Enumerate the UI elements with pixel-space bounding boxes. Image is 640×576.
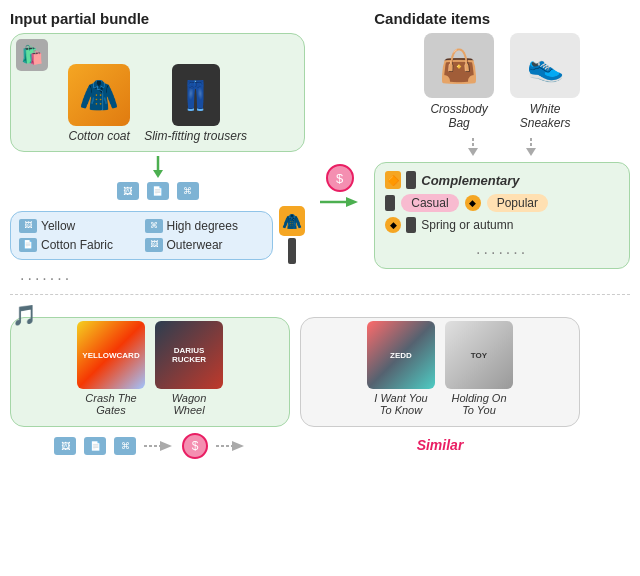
input-bundle-title: Input partial bundle [10,10,305,27]
crossbody-item: 👜 CrossbodyBag [424,33,494,130]
comp-row-1: 🔶 Complementary [385,171,619,189]
sneakers-item: 👟 WhiteSneakers [510,33,580,130]
sneakers-label: WhiteSneakers [520,102,571,130]
coat-image: 🧥 [68,64,130,126]
svg-marker-5 [468,148,478,156]
candidate-items-title: Candidate items [374,10,630,27]
holding-on-album: TOY [445,321,513,389]
arrow-down-icon [149,156,167,180]
net-icon-music: ⌘ [114,437,136,455]
crash-gates-item: YELLOWCARD Crash TheGates [77,321,145,416]
comp-icon-dark-2 [385,195,395,211]
bag-small-icon: 🛍️ [16,39,48,71]
music-left-section: 🎵 YELLOWCARD Crash TheGates DARIUS RUCKE… [10,301,290,459]
crossbody-image: 👜 [424,33,494,98]
music-left-box: YELLOWCARD Crash TheGates DARIUS RUCKER … [10,317,290,427]
arrow-down-crossbody [464,138,482,158]
svg-marker-11 [232,441,244,451]
top-half: Input partial bundle 🛍️ 🧥 Cotton coat [10,10,630,286]
comp-row-3: ◆ Spring or autumn [385,217,619,233]
feature-high-degrees: ⌘ High degrees [145,219,265,233]
complementary-box: 🔶 Complementary Casual ◆ Popular ◆ Sprin… [374,162,630,269]
comp-icon-orange-3: ◆ [385,217,401,233]
section-divider [10,294,630,295]
svg-marker-7 [526,148,536,156]
encode-icons-row: 🖼 📄 ⌘ [117,182,199,200]
music-encoder-icon: $ [182,433,208,459]
bundle-dots: ....... [10,266,305,284]
feature-cotton: 📄 Cotton Fabric [19,238,139,252]
holding-on-label: Holding OnTo You [451,392,506,416]
trousers-image: 👖 [172,64,220,126]
img-icon-music: 🖼 [54,437,76,455]
want-you-item: ZEDD I Want YouTo Know [367,321,435,416]
bundle-wrapper: 🛍️ 🧥 Cotton coat 👖 Slim-fitting trousers [10,33,305,152]
popular-tag: Popular [487,194,548,212]
trousers-item: 👖 Slim-fitting trousers [144,64,247,143]
features-encoder-row: 🖼 Yellow ⌘ High degrees 📄 Cotton Fabric … [10,206,305,264]
crash-gates-album: YELLOWCARD [77,321,145,389]
want-you-album: ZEDD [367,321,435,389]
candidate-arrows [374,138,630,158]
crossbody-label: CrossbodyBag [430,102,487,130]
wagon-wheel-album: DARIUS RUCKER [155,321,223,389]
net-icon-1: ⌘ [177,182,199,200]
feature-outerwear-label: Outerwear [167,238,223,252]
music-right-section: ZEDD I Want YouTo Know TOY Holding OnTo … [300,301,580,459]
doc-icon-1: 📄 [147,182,169,200]
comp-icon-orange-1: 🔶 [385,171,401,189]
left-column: Input partial bundle 🛍️ 🧥 Cotton coat [10,10,305,286]
arrow-right-icon [320,192,360,212]
doc-icon-music: 📄 [84,437,106,455]
comp-dots: ....... [385,240,619,258]
net-icon-high: ⌘ [145,219,163,233]
crash-gates-label: Crash TheGates [85,392,136,416]
comp-icon-dark-3 [406,217,416,233]
jacket-small-icon: 🧥 [279,206,305,236]
features-box: 🖼 Yellow ⌘ High degrees 📄 Cotton Fabric … [10,211,273,260]
svg-marker-3 [346,197,358,207]
img-doc-icon: 🖼 [145,238,163,252]
music-arrow-right-2 [216,436,246,456]
img-icon-yellow: 🖼 [19,219,37,233]
feature-outerwear: 🖼 Outerwear [145,238,265,252]
center-connector: $ [315,10,364,286]
arrow-down-sneakers [522,138,540,158]
bundle-items-row: 🧥 Cotton coat 👖 Slim-fitting trousers [68,64,247,143]
music-bottom-icons: 🖼 📄 ⌘ $ [10,433,290,459]
img-icon-1: 🖼 [117,182,139,200]
comp-icon-orange-2: ◆ [465,195,481,211]
similar-label: Similar [417,437,464,453]
wagon-wheel-item: DARIUS RUCKER WagonWheel [155,321,223,416]
trousers-label: Slim-fitting trousers [144,129,247,143]
music-note-icon: 🎵 [12,303,37,327]
music-arrow-right [144,436,174,456]
comp-row-2: Casual ◆ Popular [385,194,619,212]
encoder-icon: $ [326,164,354,192]
doc-icon-cotton: 📄 [19,238,37,252]
svg-marker-1 [153,170,163,178]
bottom-half: 🎵 YELLOWCARD Crash TheGates DARIUS RUCKE… [10,301,630,459]
feature-high-label: High degrees [167,219,238,233]
music-right-box: ZEDD I Want YouTo Know TOY Holding OnTo … [300,317,580,427]
casual-tag: Casual [401,194,458,212]
arrow-icons-section: 🖼 📄 ⌘ [10,156,305,202]
sneakers-image: 👟 [510,33,580,98]
main-container: Input partial bundle 🛍️ 🧥 Cotton coat [0,0,640,576]
wagon-wheel-label: WagonWheel [172,392,207,416]
trouser-bar [288,238,296,264]
want-you-label: I Want YouTo Know [374,392,427,416]
comp-icon-dark-1 [406,171,416,189]
spring-autumn-label: Spring or autumn [421,218,513,232]
comp-title-label: Complementary [421,173,519,188]
coat-label: Cotton coat [69,129,130,143]
candidate-items-row: 👜 CrossbodyBag 👟 WhiteSneakers [374,33,630,130]
bundle-box: 🧥 Cotton coat 👖 Slim-fitting trousers [10,33,305,152]
feature-yellow-label: Yellow [41,219,75,233]
similar-row: Similar [300,437,580,453]
right-column: Candidate items 👜 CrossbodyBag 👟 WhiteSn… [374,10,630,286]
svg-marker-9 [160,441,172,451]
holding-on-item: TOY Holding OnTo You [445,321,513,416]
jacket-indicator: 🧥 [279,206,305,264]
feature-cotton-label: Cotton Fabric [41,238,113,252]
